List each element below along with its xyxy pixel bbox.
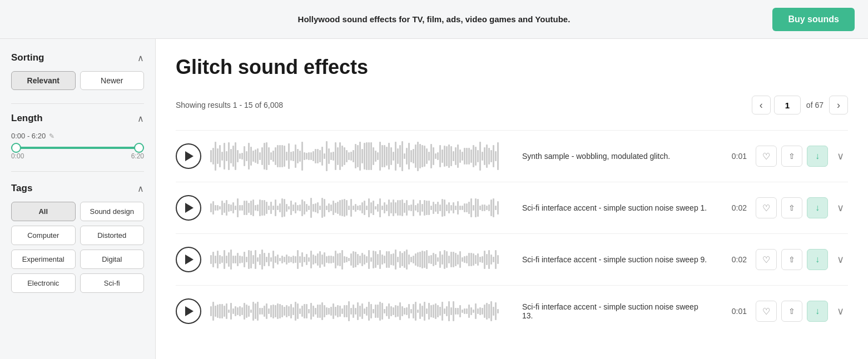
waveform-bar xyxy=(210,150,212,162)
waveform-bar xyxy=(239,153,241,159)
sort-relevant-button[interactable]: Relevant xyxy=(11,71,76,90)
waveform-bar xyxy=(364,201,365,215)
waveform-bar xyxy=(384,309,385,314)
waveform-bar xyxy=(435,153,437,159)
waveform-bar xyxy=(237,253,239,266)
waveform-bar xyxy=(355,252,356,267)
waveform-bar xyxy=(275,256,276,262)
length-section-header: Length ∧ xyxy=(11,113,144,124)
tag-digital[interactable]: Digital xyxy=(80,250,145,269)
share-button-3[interactable]: ⇧ xyxy=(781,249,802,270)
waveform-bar xyxy=(442,255,443,265)
waveform-bar xyxy=(497,201,499,215)
play-button-3[interactable] xyxy=(176,247,201,272)
waveform-bar xyxy=(375,305,376,317)
waveform-bar xyxy=(353,150,354,162)
waveform-bar xyxy=(328,148,330,163)
page-input[interactable] xyxy=(774,96,801,114)
waveform-bar xyxy=(261,250,263,269)
tag-electronic[interactable]: Electronic xyxy=(11,273,76,293)
tags-section-header: Tags ∧ xyxy=(11,183,144,194)
waveform-bar xyxy=(475,147,477,166)
expand-button-2[interactable]: ∨ xyxy=(832,202,848,214)
play-button-4[interactable] xyxy=(176,298,201,324)
waveform-bar xyxy=(424,146,425,167)
waveform-bar xyxy=(259,200,261,216)
header: Hollywood sound effects for TV, film, ad… xyxy=(0,0,868,39)
heart-icon-2: ♡ xyxy=(762,203,770,213)
play-button-2[interactable] xyxy=(176,195,201,221)
buy-sounds-button[interactable]: Buy sounds xyxy=(772,8,855,31)
share-button-2[interactable]: ⇧ xyxy=(781,197,802,218)
waveform-bar xyxy=(306,254,307,265)
tags-chevron-icon[interactable]: ∧ xyxy=(137,183,144,194)
next-page-button[interactable]: › xyxy=(829,96,848,114)
tag-computer[interactable]: Computer xyxy=(11,226,76,245)
waveform-bar xyxy=(348,206,350,210)
waveform-bar xyxy=(453,252,454,267)
waveform-bar xyxy=(212,201,214,215)
waveform-bar xyxy=(337,147,339,165)
waveform-bar xyxy=(464,308,465,313)
waveform-bar xyxy=(308,152,310,159)
waveform-bar xyxy=(237,150,239,162)
like-button-2[interactable]: ♡ xyxy=(756,197,777,218)
waveform-bar xyxy=(388,143,390,169)
waveform-bar xyxy=(212,302,214,321)
waveform-bar xyxy=(482,256,483,263)
length-chevron-icon[interactable]: ∧ xyxy=(137,113,144,124)
share-button-1[interactable]: ⇧ xyxy=(781,146,802,167)
waveform-bar xyxy=(330,205,332,211)
waveform-bar xyxy=(308,309,310,313)
sound-item: Sci-fi interface accent - simple suction… xyxy=(176,233,848,285)
waveform-bar xyxy=(304,257,305,262)
waveform-bar xyxy=(390,147,392,164)
tag-all[interactable]: All xyxy=(11,202,76,221)
expand-button-3[interactable]: ∨ xyxy=(832,253,848,266)
waveform-bar xyxy=(470,307,472,315)
tag-sound-design[interactable]: Sound design xyxy=(80,202,145,221)
download-button-2[interactable]: ↓ xyxy=(807,197,828,218)
download-button-3[interactable]: ↓ xyxy=(807,249,828,270)
slider-thumb-right[interactable] xyxy=(134,143,144,153)
waveform-bar xyxy=(268,147,270,166)
waveform-bar xyxy=(324,305,325,317)
play-icon-2 xyxy=(185,203,194,213)
tag-distorted[interactable]: Distorted xyxy=(80,226,145,245)
waveform-bar xyxy=(470,198,472,218)
tag-experimental[interactable]: Experimental xyxy=(11,250,76,269)
waveform-2 xyxy=(210,192,513,223)
tag-sci-fi[interactable]: Sci-fi xyxy=(80,273,145,293)
of-total-text: of 67 xyxy=(804,101,826,109)
waveform-bar xyxy=(444,200,445,216)
sort-newer-button[interactable]: Newer xyxy=(80,71,145,90)
expand-button-1[interactable]: ∨ xyxy=(832,150,848,162)
like-button-4[interactable]: ♡ xyxy=(756,301,777,322)
waveform-bar xyxy=(350,253,352,266)
waveform-bar xyxy=(319,206,321,210)
prev-page-button[interactable]: ‹ xyxy=(752,96,771,114)
waveform-bar xyxy=(444,308,445,314)
download-icon-2: ↓ xyxy=(815,203,820,213)
waveform-bar xyxy=(477,150,479,162)
expand-button-4[interactable]: ∨ xyxy=(832,305,848,317)
like-button-3[interactable]: ♡ xyxy=(756,249,777,270)
slider-thumb-left[interactable] xyxy=(11,143,21,153)
download-button-4[interactable]: ↓ xyxy=(807,301,828,322)
waveform-bar xyxy=(399,302,401,320)
waveform-bar xyxy=(453,202,454,213)
download-button-1[interactable]: ↓ xyxy=(807,146,828,167)
waveform-bar xyxy=(324,199,325,216)
waveform-bar xyxy=(266,257,267,262)
edit-icon[interactable]: ✎ xyxy=(49,132,54,140)
waveform-bar xyxy=(328,308,330,315)
waveform-bar xyxy=(315,256,316,263)
waveform-bar xyxy=(428,152,430,161)
sorting-chevron-icon[interactable]: ∧ xyxy=(137,53,144,63)
waveform-bar xyxy=(455,147,457,166)
length-slider[interactable] xyxy=(11,147,144,149)
sound-item: Sci-fi interface accent - simple suction… xyxy=(176,182,848,233)
play-button-1[interactable] xyxy=(176,143,201,169)
like-button-1[interactable]: ♡ xyxy=(756,146,777,167)
share-button-4[interactable]: ⇧ xyxy=(781,301,802,322)
